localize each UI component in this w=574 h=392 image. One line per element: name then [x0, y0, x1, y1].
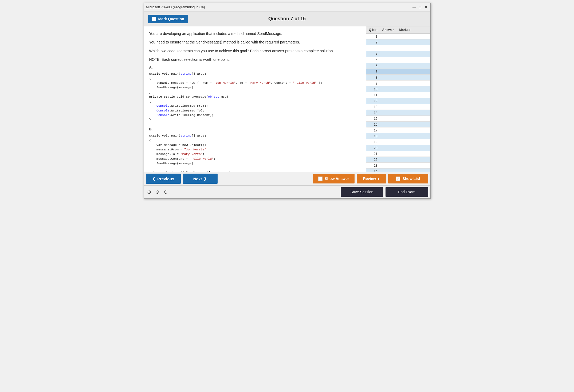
option-a-label: A.: [149, 65, 361, 69]
end-exam-button[interactable]: End Exam: [386, 187, 428, 197]
save-session-button[interactable]: Save Session: [341, 187, 383, 197]
review-label: Review: [363, 177, 376, 181]
next-arrow-icon: [203, 176, 207, 181]
option-a: A. static void Main(string[] args) { dyn…: [149, 65, 361, 122]
option-b: B. static void Main(string[] args) { var…: [149, 127, 361, 172]
show-list-checkbox-icon: [396, 177, 400, 181]
sidebar-header-marked: Marked: [396, 27, 413, 32]
sidebar-row-14[interactable]: 14: [366, 110, 430, 116]
end-exam-label: End Exam: [398, 190, 415, 194]
mark-checkbox-icon: [152, 17, 156, 21]
mark-question-button[interactable]: Mark Question: [148, 15, 188, 23]
option-b-label: B.: [149, 127, 361, 131]
title-bar: Microsoft 70-483 (Programming in C#) — □…: [144, 3, 430, 11]
question-para-1: You are developing an application that i…: [149, 31, 361, 37]
mark-question-label: Mark Question: [158, 17, 184, 21]
sidebar-row-15[interactable]: 15: [366, 116, 430, 122]
zoom-in-button[interactable]: ⊕: [146, 189, 152, 195]
window-title: Microsoft 70-483 (Programming in C#): [146, 5, 205, 9]
sidebar-row-10[interactable]: 10: [366, 86, 430, 92]
question-title: Question 7 of 15: [268, 16, 306, 22]
close-button[interactable]: ✕: [424, 5, 428, 9]
sidebar-row-1[interactable]: 1: [366, 34, 430, 39]
sidebar-row-21[interactable]: 21: [366, 151, 430, 157]
review-button[interactable]: Review: [357, 174, 386, 183]
sidebar-row-3[interactable]: 3: [366, 45, 430, 51]
sidebar-row-6[interactable]: 6: [366, 63, 430, 69]
sidebar-row-22[interactable]: 22: [366, 157, 430, 163]
sidebar-header-qno: Q No.: [366, 27, 380, 32]
main-content: You are developing an application that i…: [144, 26, 430, 172]
prev-arrow-icon: [152, 176, 156, 181]
zoom-reset-button[interactable]: ⊙: [154, 189, 160, 195]
question-para-2: You need to ensure that the SendMessage(…: [149, 39, 361, 45]
sidebar-row-11[interactable]: 11: [366, 92, 430, 98]
sidebar-row-13[interactable]: 13: [366, 104, 430, 110]
sidebar-row-17[interactable]: 17: [366, 127, 430, 133]
sidebar-question-list[interactable]: 1 2 3 4 5 6 7 8 9 10 11 12 13 14 15 16 1…: [366, 34, 430, 172]
bottom-toolbar-zoom: ⊕ ⊙ ⊖ Save Session End Exam: [144, 185, 430, 198]
question-para-4: NOTE: Each correct selection is worth on…: [149, 57, 361, 62]
sidebar-row-7[interactable]: 7: [366, 69, 430, 75]
next-button[interactable]: Next: [183, 174, 218, 184]
maximize-button[interactable]: □: [418, 5, 422, 9]
show-answer-button[interactable]: Show Answer: [313, 174, 354, 183]
zoom-out-button[interactable]: ⊖: [163, 189, 169, 195]
header-bar: Mark Question Question 7 of 15: [144, 11, 430, 26]
sidebar-header-answer: Answer: [380, 27, 396, 32]
sidebar-row-8[interactable]: 8: [366, 75, 430, 81]
show-list-label: Show List: [402, 177, 420, 181]
main-window: Microsoft 70-483 (Programming in C#) — □…: [144, 3, 431, 199]
sidebar-row-2[interactable]: 2: [366, 39, 430, 45]
next-label: Next: [193, 177, 202, 181]
question-area: You are developing an application that i…: [144, 26, 366, 172]
minimize-button[interactable]: —: [412, 5, 416, 9]
review-dropdown-icon: [378, 177, 379, 181]
title-bar-controls: — □ ✕: [412, 5, 428, 9]
sidebar-row-16[interactable]: 16: [366, 122, 430, 127]
previous-label: Previous: [157, 177, 174, 181]
sidebar-row-20[interactable]: 20: [366, 145, 430, 151]
sidebar-row-12[interactable]: 12: [366, 98, 430, 104]
sidebar-row-24[interactable]: 24: [366, 169, 430, 172]
show-answer-label: Show Answer: [325, 177, 349, 181]
sidebar-row-19[interactable]: 19: [366, 139, 430, 145]
save-session-label: Save Session: [351, 190, 374, 194]
option-b-code: static void Main(string[] args) { var me…: [149, 133, 361, 172]
bottom-toolbar-nav: Previous Next Show Answer Review Show Li…: [144, 172, 430, 185]
question-para-3: Which two code segments can you use to a…: [149, 48, 361, 54]
option-a-code: static void Main(string[] args) { dynami…: [149, 71, 361, 122]
sidebar-header: Q No. Answer Marked: [366, 26, 430, 34]
question-list-sidebar: Q No. Answer Marked 1 2 3 4 5 6 7 8 9 10…: [366, 26, 430, 172]
sidebar-row-9[interactable]: 9: [366, 81, 430, 86]
show-answer-checkbox-icon: [318, 177, 323, 181]
sidebar-row-5[interactable]: 5: [366, 57, 430, 63]
sidebar-row-4[interactable]: 4: [366, 51, 430, 57]
previous-button[interactable]: Previous: [146, 174, 181, 184]
sidebar-row-18[interactable]: 18: [366, 133, 430, 139]
show-list-button[interactable]: Show List: [388, 174, 428, 183]
sidebar-row-23[interactable]: 23: [366, 163, 430, 169]
